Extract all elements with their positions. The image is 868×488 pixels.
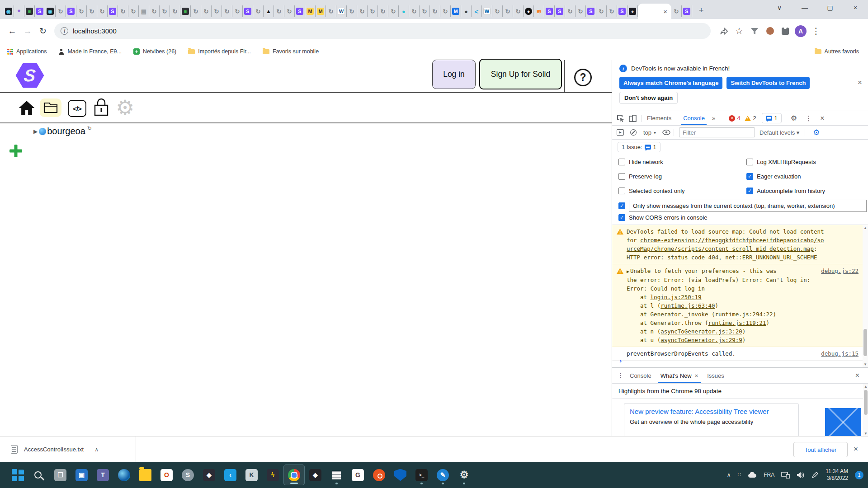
browser-tab[interactable]: ↻	[253, 5, 264, 17]
browser-tab[interactable]: W	[336, 5, 347, 17]
add-button[interactable]	[9, 144, 23, 158]
browser-tab[interactable]: S	[35, 5, 45, 17]
browser-tab[interactable]: S	[544, 5, 555, 17]
console-settings-button[interactable]: ⚙	[813, 128, 820, 137]
solid-logo[interactable]: S	[15, 62, 44, 89]
browser-tab[interactable]: ↻	[232, 5, 243, 17]
language-indicator[interactable]: FRA	[764, 472, 774, 478]
browser-tab[interactable]: ↻	[420, 5, 430, 17]
browser-tab[interactable]: ◉	[4, 5, 14, 17]
browser-tab[interactable]: ↻	[596, 5, 607, 17]
defender-taskbar-button[interactable]	[390, 465, 411, 485]
new-tab-button[interactable]: +	[695, 4, 708, 17]
reload-button[interactable]: ↻	[35, 23, 51, 39]
browser-tab[interactable]: ↻	[284, 5, 295, 17]
browser-tab[interactable]: ↻	[671, 5, 682, 17]
checkbox[interactable]: ✓	[618, 214, 625, 221]
browser-menu-button[interactable]: ⋮	[808, 23, 824, 39]
browser-tab[interactable]: S	[682, 5, 692, 17]
bookmark-item[interactable]: Applications	[7, 48, 47, 55]
bookmark-star-button[interactable]: ☆	[731, 23, 747, 39]
network-icon[interactable]	[781, 472, 790, 479]
onedrive-cloud-icon[interactable]	[748, 472, 757, 478]
browser-tab[interactable]: ↻	[388, 5, 399, 17]
bookmark-item[interactable]: Importés depuis Fir...	[188, 48, 251, 55]
source-link[interactable]: debug.js:22	[821, 267, 859, 275]
console-scrollbar[interactable]: ▲ ▼	[863, 225, 868, 367]
expand-caret-icon[interactable]: ▶	[33, 128, 38, 135]
log-levels-selector[interactable]: Default levels ▾	[760, 129, 799, 136]
browser-tab[interactable]: S	[295, 5, 305, 17]
signup-button[interactable]: Sign Up for Solid	[479, 59, 562, 89]
browser-tab[interactable]: ●	[461, 5, 472, 17]
drawer-close-button[interactable]: ×	[855, 371, 859, 380]
more-tabs-button[interactable]: »	[710, 111, 717, 125]
task-view-taskbar-button[interactable]: ❒	[50, 465, 71, 485]
keepass-taskbar-button[interactable]: K	[241, 465, 262, 485]
window-close-button[interactable]: ×	[844, 0, 866, 15]
browser-tab[interactable]: <	[472, 5, 482, 17]
tab-close-icon[interactable]: ×	[695, 372, 698, 379]
issue-chip[interactable]: 1 Issue: 1	[618, 142, 660, 152]
browser-tab[interactable]: ↻	[222, 5, 232, 17]
drawer-scrollbar[interactable]: ▲ ▼	[863, 384, 868, 436]
checkbox[interactable]	[746, 159, 753, 165]
paint-taskbar-button[interactable]: ✎	[432, 465, 453, 485]
bookmark-item[interactable]: +Netvibes (26)	[133, 48, 176, 55]
drawer-tab-issues[interactable]: Issues	[703, 368, 729, 383]
minimize-button[interactable]: —	[794, 0, 816, 15]
gimp-taskbar-button[interactable]: G	[347, 465, 368, 485]
source-link[interactable]: runtime.js:63:40	[660, 302, 715, 309]
browser-tab[interactable]: S	[66, 5, 76, 17]
source-link[interactable]: asyncToGenerator.js:3:20	[660, 328, 742, 335]
source-link[interactable]: asyncToGenerator.js:29:9	[660, 337, 742, 343]
setting-log-xmlhttprequests[interactable]: Log XMLHttpRequests	[746, 159, 816, 165]
browser-tab[interactable]: ●	[627, 5, 638, 17]
browser-tab[interactable]: ↻	[357, 5, 368, 17]
source-link[interactable]: chrome-extension://fheoggkfdfchfphceeifd…	[640, 237, 824, 244]
browser-tab[interactable]: ↻	[149, 5, 160, 17]
source-link[interactable]: runtime.js:119:21	[708, 319, 766, 326]
files-nav-button[interactable]	[40, 99, 61, 117]
debug-tool-taskbar-button[interactable]: ϟ	[262, 465, 283, 485]
console-sidebar-toggle[interactable]: ▶	[617, 129, 624, 136]
browser-tab[interactable]: ↻	[160, 5, 170, 17]
tab-search-button[interactable]: ∨	[769, 0, 790, 15]
inspect-element-button[interactable]	[617, 114, 624, 122]
setting-autocomplete-from-history[interactable]: ✓Autocomplete from history	[746, 188, 825, 194]
live-expression-button[interactable]	[662, 130, 670, 135]
devtools-menu-button[interactable]: ⋮	[805, 114, 812, 122]
extension-funnel-button[interactable]	[747, 23, 762, 39]
file-explorer-taskbar-button[interactable]	[135, 465, 156, 485]
setting-hide-network[interactable]: Hide network	[618, 159, 663, 165]
browser-tab[interactable]: W	[482, 5, 492, 17]
tray-chevron-icon[interactable]: ∧	[727, 472, 731, 478]
source-link[interactable]: login.js:250:19	[651, 294, 702, 300]
forward-button[interactable]: →	[20, 23, 35, 39]
notepad-taskbar-button[interactable]	[326, 465, 347, 485]
browser-tab[interactable]: ↻	[56, 5, 66, 17]
start-taskbar-button[interactable]	[7, 465, 28, 485]
notification-badge[interactable]: 1	[855, 471, 863, 479]
checkbox[interactable]: ✓	[746, 188, 753, 194]
browser-tab[interactable]: ↻	[170, 5, 180, 17]
browser-tab[interactable]: ▲	[264, 5, 274, 17]
devtools-settings-button[interactable]: ⚙	[791, 114, 797, 122]
switch-french-button[interactable]: Switch DevTools to French	[726, 77, 810, 89]
browser-tab[interactable]: S	[617, 5, 627, 17]
volume-icon[interactable]	[797, 472, 805, 479]
browser-tab[interactable]: ↻	[576, 5, 586, 17]
browser-tab[interactable]: ↻	[347, 5, 357, 17]
browser-tab[interactable]: M	[316, 5, 326, 17]
download-item[interactable]: AccessControlIssue.txt ∧	[11, 436, 99, 462]
teams-taskbar-button[interactable]: T	[92, 465, 113, 485]
browser-tab[interactable]: ↻	[191, 5, 201, 17]
clock[interactable]: 11:34 AM 3/8/2022	[826, 468, 848, 482]
checkbox[interactable]	[618, 188, 625, 194]
dark-app-taskbar-button[interactable]: ◆	[198, 465, 220, 485]
browser-tab[interactable]: S	[555, 5, 565, 17]
browser-tab[interactable]: ↻	[97, 5, 108, 17]
browser-tab[interactable]: ↻	[565, 5, 576, 17]
browser-tab[interactable]: ≡	[180, 5, 191, 17]
office-taskbar-button[interactable]: O	[156, 465, 177, 485]
